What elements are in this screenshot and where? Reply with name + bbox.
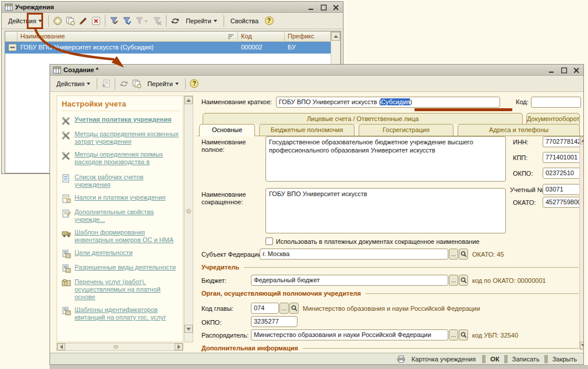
save-button[interactable]: Записать — [511, 356, 541, 363]
institution-card-button[interactable]: Карточка учреждения — [394, 356, 480, 363]
manager-magnifier-button[interactable] — [459, 329, 468, 340]
minimize-button[interactable] — [307, 3, 316, 10]
okpo-input[interactable]: 02372510 — [543, 168, 581, 179]
add-icon[interactable] — [52, 15, 63, 27]
list-icon — [62, 264, 72, 273]
form-vertical-scrollbar[interactable] — [579, 136, 583, 350]
help-icon[interactable]: ? — [189, 78, 200, 90]
tab-document-flow[interactable]: Документооборот — [526, 113, 580, 125]
sidebar-item-paid-services[interactable]: Перечень услуг (работ), осуществляемых н… — [62, 278, 180, 301]
row-cell-code[interactable]: 000002 — [238, 42, 285, 54]
code-label: Код: — [516, 98, 529, 106]
short-name-input[interactable]: ГОБУ ВПО Университет искусств (Субсидия) — [276, 97, 500, 108]
filter-set-icon[interactable] — [108, 15, 120, 27]
institutions-titlebar[interactable]: Учреждения — [2, 2, 343, 13]
short-name-label: Наименование краткое: — [201, 98, 272, 106]
add-copy-icon[interactable] — [65, 15, 76, 27]
abbr-name-textarea[interactable]: ГОБУ ВПО Университет искусств — [265, 188, 506, 233]
okato-label: ОКАТО: — [513, 199, 536, 207]
minimize-button[interactable] — [548, 66, 556, 73]
budget-magnifier-button[interactable] — [459, 275, 468, 286]
column-header-code[interactable]: Код — [238, 31, 285, 42]
tools-icon — [62, 151, 72, 160]
current-row-marker-icon — [5, 42, 17, 54]
cardfile-icon — [62, 279, 72, 288]
sidebar-item-accounting-policy[interactable]: Учетная политика учреждения — [62, 116, 180, 125]
create-titlebar[interactable]: Создание * — [50, 65, 583, 76]
sidebar-item-working-accounts[interactable]: Список рабочих счетов учреждения — [62, 173, 180, 189]
delete-icon[interactable] — [90, 15, 102, 27]
subject-input[interactable]: г. Москва — [260, 249, 448, 260]
ok-button[interactable]: ОК — [488, 356, 501, 363]
chapter-magnifier-button[interactable] — [289, 303, 299, 314]
sidebar-item-direct-costs[interactable]: Методы определения прямых расходов произ… — [62, 151, 180, 168]
code-input[interactable] — [531, 97, 581, 108]
maximize-button[interactable] — [320, 3, 328, 10]
chapter-ellipsis-button[interactable]: ... — [279, 303, 289, 314]
create-client-area: Настройки учета Учетная политика учрежде… — [50, 92, 583, 353]
tab-accounts-responsible[interactable]: Лицевые счета / Ответственные лица — [203, 113, 523, 125]
subject-magnifier-button[interactable] — [459, 249, 468, 260]
filter-quick-icon[interactable] — [121, 15, 133, 27]
column-header-prefix[interactable]: Префикс — [285, 31, 331, 42]
go-menu-button[interactable]: Перейти — [182, 16, 221, 26]
sidebar-vertical-scrollbar[interactable] — [184, 95, 193, 342]
row-cell-prefix[interactable]: БУ — [285, 42, 331, 54]
kpp-label: КПП: — [513, 154, 527, 162]
help-icon[interactable]: ? — [263, 15, 275, 27]
budget-ellipsis-button[interactable]: ... — [449, 275, 458, 286]
chapter-code-input[interactable]: 074 — [251, 303, 279, 314]
inn-input[interactable]: 7702778142 — [543, 136, 581, 147]
tab-state-registration[interactable]: Госрегистрация — [359, 124, 454, 136]
window-title: Создание * — [63, 66, 546, 73]
sidebar-item-extra-properties[interactable]: Дополнительные свойства учрежде... — [62, 208, 180, 223]
column-header-name[interactable]: Наименование — [17, 31, 238, 42]
sidebar-item-receipt-templates[interactable]: Шаблоны идентификаторов квитанций на опл… — [62, 306, 180, 321]
go-menu-button[interactable]: Перейти — [144, 79, 182, 89]
okato-input[interactable]: 45277598000 — [543, 197, 581, 208]
create-footer: Карточка учреждения ОК Записать Закрыть — [50, 353, 583, 364]
properties-button[interactable]: Свойства — [227, 16, 262, 26]
filter-clear-icon[interactable] — [151, 15, 163, 27]
add-copy-icon[interactable] — [131, 78, 143, 90]
subject-ellipsis-button[interactable]: ... — [449, 249, 458, 260]
refresh-icon[interactable] — [169, 15, 181, 27]
actions-menu-button[interactable]: Действия — [53, 79, 94, 89]
document-icon — [62, 174, 72, 183]
sidebar-item-activity-goals[interactable]: Цели деятельности — [62, 249, 180, 258]
tools-icon — [62, 116, 72, 125]
sidebar-item-indirect-costs[interactable]: Методы распределения косвенных затрат уч… — [62, 130, 180, 146]
printer-icon — [395, 356, 407, 363]
settings-sidebar: Настройки учета Учетная политика учрежде… — [56, 95, 183, 342]
kpp-input[interactable]: 771401001 — [543, 152, 581, 163]
sidebar-item-taxes[interactable]: Налоги и платежи учреждения — [62, 194, 180, 203]
full-name-textarea[interactable]: Государственное образовательное бюджетно… — [265, 136, 506, 182]
filter-history-icon[interactable] — [134, 15, 150, 27]
use-short-name-label: Использовать в платежных документах сокр… — [276, 238, 480, 246]
budget-input[interactable]: Федеральный бюджет — [251, 275, 448, 286]
maximize-button[interactable] — [560, 66, 568, 73]
close-button-footer[interactable]: Закрыть — [551, 356, 579, 363]
reread-icon[interactable] — [100, 78, 112, 90]
authority-okpo-input[interactable]: 3235277 — [251, 316, 297, 327]
create-toolbar: Действия Перейти ? — [50, 76, 583, 92]
sidebar-horizontal-scrollbar[interactable] — [56, 343, 183, 351]
sidebar-item-inventory-numbers[interactable]: Шаблон формирования инвентарных номеров … — [62, 229, 180, 244]
row-cell-name[interactable]: ГОБУ ВПО Университет искусств (Субсидия) — [17, 42, 238, 54]
subject-okato-note: ОКАТО: 45 — [472, 251, 504, 258]
close-button[interactable] — [332, 3, 340, 10]
tab-main[interactable]: Основные — [199, 124, 255, 136]
manager-input[interactable]: Министерство образования и науки Российс… — [251, 329, 448, 340]
manager-ellipsis-button[interactable]: ... — [449, 329, 458, 340]
edit-icon[interactable] — [77, 15, 89, 27]
abbr-name-label: Наименование сокращенное: — [201, 191, 265, 206]
use-short-name-checkbox[interactable] — [265, 237, 273, 245]
tab-budget-powers[interactable]: Бюджетные полномочия — [259, 124, 355, 136]
tab-addresses-phones[interactable]: Адреса и телефоны — [458, 124, 580, 136]
close-button[interactable] — [572, 66, 580, 73]
account-number-input[interactable]: 03071 — [543, 184, 581, 195]
sidebar-item-allowed-activities[interactable]: Разрешенные виды деятельности — [62, 264, 180, 273]
refresh-icon[interactable] — [118, 78, 130, 90]
manager-ubp-note: код УБП: 32540 — [472, 332, 518, 339]
list-icon — [62, 250, 72, 258]
